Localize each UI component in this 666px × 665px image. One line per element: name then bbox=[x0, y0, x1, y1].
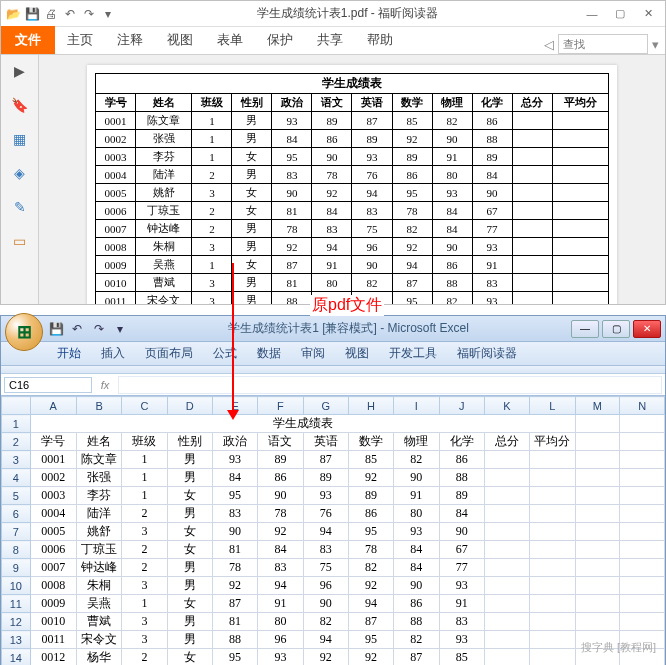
select-all-corner[interactable] bbox=[2, 397, 31, 415]
name-box[interactable]: C16 bbox=[4, 377, 92, 393]
cell[interactable]: 物理 bbox=[394, 433, 439, 451]
row-header[interactable]: 8 bbox=[2, 541, 31, 559]
cell[interactable]: 93 bbox=[258, 649, 303, 666]
cell[interactable]: 96 bbox=[258, 631, 303, 649]
attachments-icon[interactable]: ▭ bbox=[10, 231, 30, 251]
cell[interactable]: 89 bbox=[439, 487, 484, 505]
bookmark-icon[interactable]: 🔖 bbox=[10, 95, 30, 115]
cell[interactable] bbox=[620, 541, 665, 559]
cell[interactable] bbox=[530, 649, 575, 666]
cell[interactable] bbox=[484, 541, 529, 559]
cell[interactable] bbox=[575, 577, 620, 595]
cell[interactable]: 94 bbox=[258, 577, 303, 595]
cell[interactable] bbox=[575, 505, 620, 523]
cell[interactable]: 2 bbox=[122, 541, 167, 559]
cell[interactable]: 0004 bbox=[30, 505, 76, 523]
cell[interactable]: 朱桐 bbox=[76, 577, 121, 595]
column-header[interactable]: F bbox=[258, 397, 303, 415]
cell[interactable]: 男 bbox=[167, 577, 212, 595]
cell[interactable]: 82 bbox=[303, 613, 348, 631]
tab-review[interactable]: 审阅 bbox=[291, 342, 335, 365]
cell[interactable] bbox=[620, 487, 665, 505]
cell[interactable]: 84 bbox=[258, 541, 303, 559]
cell[interactable] bbox=[530, 541, 575, 559]
column-header[interactable]: H bbox=[348, 397, 393, 415]
cell[interactable] bbox=[530, 577, 575, 595]
cell[interactable]: 84 bbox=[439, 505, 484, 523]
cell[interactable]: 女 bbox=[167, 487, 212, 505]
cell[interactable]: 67 bbox=[439, 541, 484, 559]
cell[interactable]: 93 bbox=[439, 631, 484, 649]
tab-start[interactable]: 开始 bbox=[47, 342, 91, 365]
cell[interactable]: 0006 bbox=[30, 541, 76, 559]
cell[interactable] bbox=[575, 415, 620, 433]
cell[interactable]: 82 bbox=[394, 451, 439, 469]
cell[interactable]: 87 bbox=[212, 595, 257, 613]
cell[interactable]: 0007 bbox=[30, 559, 76, 577]
foxit-page-area[interactable]: 学生成绩表 学号姓名班级性别政治语文英语数学物理化学总分平均分 0001陈文章1… bbox=[39, 55, 665, 304]
cell[interactable]: 92 bbox=[348, 577, 393, 595]
column-header[interactable]: K bbox=[484, 397, 529, 415]
cell[interactable] bbox=[620, 451, 665, 469]
cell[interactable]: 杨华 bbox=[76, 649, 121, 666]
cell[interactable]: 英语 bbox=[303, 433, 348, 451]
cell[interactable] bbox=[575, 433, 620, 451]
close-button[interactable]: ✕ bbox=[633, 320, 661, 338]
cell[interactable]: 陆洋 bbox=[76, 505, 121, 523]
cell[interactable] bbox=[620, 595, 665, 613]
cell[interactable] bbox=[575, 613, 620, 631]
cell[interactable]: 0005 bbox=[30, 523, 76, 541]
cell[interactable]: 女 bbox=[167, 649, 212, 666]
cell[interactable] bbox=[620, 433, 665, 451]
cell[interactable]: 曹斌 bbox=[76, 613, 121, 631]
cell[interactable]: 姓名 bbox=[76, 433, 121, 451]
column-header[interactable]: C bbox=[122, 397, 167, 415]
cell[interactable]: 92 bbox=[348, 469, 393, 487]
cell[interactable]: 宋令文 bbox=[76, 631, 121, 649]
cell[interactable]: 陈文章 bbox=[76, 451, 121, 469]
maximize-button[interactable]: ▢ bbox=[602, 320, 630, 338]
cell[interactable]: 女 bbox=[167, 595, 212, 613]
redo-icon[interactable]: ↷ bbox=[90, 320, 108, 338]
cell[interactable]: 80 bbox=[394, 505, 439, 523]
open-icon[interactable]: 📂 bbox=[5, 6, 21, 22]
print-icon[interactable]: 🖨 bbox=[43, 6, 59, 22]
cell[interactable]: 89 bbox=[348, 487, 393, 505]
tab-form[interactable]: 表单 bbox=[205, 26, 255, 54]
cell[interactable]: 83 bbox=[439, 613, 484, 631]
cell[interactable] bbox=[575, 451, 620, 469]
cell[interactable]: 88 bbox=[439, 469, 484, 487]
cell[interactable] bbox=[530, 505, 575, 523]
cell[interactable]: 84 bbox=[394, 541, 439, 559]
cell[interactable]: 88 bbox=[212, 631, 257, 649]
cell[interactable]: 性别 bbox=[167, 433, 212, 451]
tab-formula[interactable]: 公式 bbox=[203, 342, 247, 365]
cell[interactable] bbox=[484, 469, 529, 487]
cell[interactable]: 93 bbox=[303, 487, 348, 505]
cell[interactable]: 83 bbox=[258, 559, 303, 577]
cell[interactable]: 85 bbox=[348, 451, 393, 469]
column-header[interactable]: D bbox=[167, 397, 212, 415]
cell[interactable] bbox=[484, 487, 529, 505]
tab-share[interactable]: 共享 bbox=[305, 26, 355, 54]
cell[interactable]: 87 bbox=[303, 451, 348, 469]
cell[interactable] bbox=[575, 469, 620, 487]
save-icon[interactable]: 💾 bbox=[47, 320, 65, 338]
redo-icon[interactable]: ↷ bbox=[81, 6, 97, 22]
cell[interactable]: 95 bbox=[348, 631, 393, 649]
cell[interactable] bbox=[575, 487, 620, 505]
row-header[interactable]: 1 bbox=[2, 415, 31, 433]
row-header[interactable]: 4 bbox=[2, 469, 31, 487]
cell[interactable] bbox=[530, 523, 575, 541]
cell[interactable] bbox=[620, 613, 665, 631]
cell[interactable] bbox=[620, 559, 665, 577]
cell[interactable]: 2 bbox=[122, 559, 167, 577]
cell[interactable]: 男 bbox=[167, 613, 212, 631]
layers-icon[interactable]: ◈ bbox=[10, 163, 30, 183]
cell[interactable]: 86 bbox=[394, 595, 439, 613]
cell[interactable] bbox=[575, 559, 620, 577]
minimize-button[interactable]: — bbox=[579, 5, 605, 23]
cell[interactable]: 80 bbox=[258, 613, 303, 631]
cell[interactable] bbox=[530, 559, 575, 577]
cell[interactable]: 1 bbox=[122, 451, 167, 469]
